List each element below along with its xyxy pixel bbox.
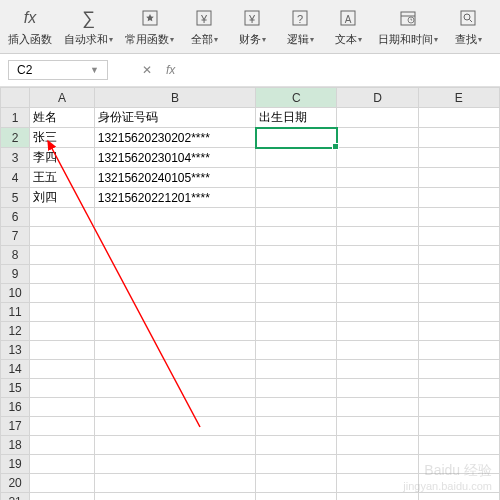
cell-C3[interactable]	[256, 148, 337, 168]
row-header-3[interactable]: 3	[1, 148, 30, 168]
cell-D21[interactable]	[337, 493, 418, 501]
cell-E13[interactable]	[418, 341, 499, 360]
cell-C5[interactable]	[256, 188, 337, 208]
cell-C11[interactable]	[256, 303, 337, 322]
cell-D6[interactable]	[337, 208, 418, 227]
cell-B13[interactable]	[94, 341, 255, 360]
fx-icon[interactable]: fx	[162, 61, 179, 79]
row-header-6[interactable]: 6	[1, 208, 30, 227]
cell-A7[interactable]	[30, 227, 95, 246]
cell-B7[interactable]	[94, 227, 255, 246]
cell-E8[interactable]	[418, 246, 499, 265]
ribbon-常用函数[interactable]: 常用函数▾	[119, 4, 180, 49]
cell-B2[interactable]: 13215620230202****	[94, 128, 255, 148]
cell-E9[interactable]	[418, 265, 499, 284]
row-header-1[interactable]: 1	[1, 108, 30, 128]
cell-A14[interactable]	[30, 360, 95, 379]
row-header-8[interactable]: 8	[1, 246, 30, 265]
cell-E1[interactable]	[418, 108, 499, 128]
cell-C20[interactable]	[256, 474, 337, 493]
cell-C16[interactable]	[256, 398, 337, 417]
row-header-13[interactable]: 13	[1, 341, 30, 360]
cell-B15[interactable]	[94, 379, 255, 398]
cell-D8[interactable]	[337, 246, 418, 265]
ribbon-查找[interactable]: 查找▾	[444, 4, 492, 49]
cell-B9[interactable]	[94, 265, 255, 284]
cell-B20[interactable]	[94, 474, 255, 493]
cell-A15[interactable]	[30, 379, 95, 398]
col-header-D[interactable]: D	[337, 88, 418, 108]
row-header-20[interactable]: 20	[1, 474, 30, 493]
col-header-E[interactable]: E	[418, 88, 499, 108]
cell-B11[interactable]	[94, 303, 255, 322]
row-header-11[interactable]: 11	[1, 303, 30, 322]
cell-E4[interactable]	[418, 168, 499, 188]
cell-B16[interactable]	[94, 398, 255, 417]
cell-E16[interactable]	[418, 398, 499, 417]
cell-B17[interactable]	[94, 417, 255, 436]
cell-A10[interactable]	[30, 284, 95, 303]
cell-A8[interactable]	[30, 246, 95, 265]
ribbon-日期和时间[interactable]: 日期和时间▾	[372, 4, 444, 49]
cell-C6[interactable]	[256, 208, 337, 227]
cell-E21[interactable]	[418, 493, 499, 501]
row-header-21[interactable]: 21	[1, 493, 30, 501]
cell-D10[interactable]	[337, 284, 418, 303]
cell-C14[interactable]	[256, 360, 337, 379]
ribbon-文本[interactable]: A文本▾	[324, 4, 372, 49]
ribbon-自动求和[interactable]: ∑自动求和▾	[58, 4, 119, 49]
row-header-4[interactable]: 4	[1, 168, 30, 188]
cell-B3[interactable]: 13215620230104****	[94, 148, 255, 168]
cell-C10[interactable]	[256, 284, 337, 303]
cell-D11[interactable]	[337, 303, 418, 322]
cell-C15[interactable]	[256, 379, 337, 398]
cell-A5[interactable]: 刘四	[30, 188, 95, 208]
row-header-15[interactable]: 15	[1, 379, 30, 398]
row-header-14[interactable]: 14	[1, 360, 30, 379]
cell-B19[interactable]	[94, 455, 255, 474]
cell-E6[interactable]	[418, 208, 499, 227]
cell-B18[interactable]	[94, 436, 255, 455]
cell-E12[interactable]	[418, 322, 499, 341]
cell-E2[interactable]	[418, 128, 499, 148]
select-all-corner[interactable]	[1, 88, 30, 108]
cell-B12[interactable]	[94, 322, 255, 341]
formula-input[interactable]	[185, 63, 335, 77]
cell-E5[interactable]	[418, 188, 499, 208]
row-header-2[interactable]: 2	[1, 128, 30, 148]
cell-C8[interactable]	[256, 246, 337, 265]
cell-A16[interactable]	[30, 398, 95, 417]
row-header-18[interactable]: 18	[1, 436, 30, 455]
row-header-16[interactable]: 16	[1, 398, 30, 417]
cell-B1[interactable]: 身份证号码	[94, 108, 255, 128]
cell-D1[interactable]	[337, 108, 418, 128]
cell-D2[interactable]	[337, 128, 418, 148]
cell-E7[interactable]	[418, 227, 499, 246]
cell-D4[interactable]	[337, 168, 418, 188]
ribbon-财务[interactable]: ¥财务▾	[228, 4, 276, 49]
cell-B8[interactable]	[94, 246, 255, 265]
row-header-19[interactable]: 19	[1, 455, 30, 474]
cell-A20[interactable]	[30, 474, 95, 493]
cell-E18[interactable]	[418, 436, 499, 455]
cell-E17[interactable]	[418, 417, 499, 436]
col-header-B[interactable]: B	[94, 88, 255, 108]
cell-E3[interactable]	[418, 148, 499, 168]
ribbon-全部[interactable]: ¥全部▾	[180, 4, 228, 49]
cell-C4[interactable]	[256, 168, 337, 188]
cell-A19[interactable]	[30, 455, 95, 474]
cell-B10[interactable]	[94, 284, 255, 303]
col-header-A[interactable]: A	[30, 88, 95, 108]
cell-C21[interactable]	[256, 493, 337, 501]
cell-A6[interactable]	[30, 208, 95, 227]
cell-D18[interactable]	[337, 436, 418, 455]
row-header-7[interactable]: 7	[1, 227, 30, 246]
cell-E15[interactable]	[418, 379, 499, 398]
cell-B4[interactable]: 13215620240105****	[94, 168, 255, 188]
cell-D14[interactable]	[337, 360, 418, 379]
cell-B6[interactable]	[94, 208, 255, 227]
cell-C1[interactable]: 出生日期	[256, 108, 337, 128]
cell-D15[interactable]	[337, 379, 418, 398]
cell-D9[interactable]	[337, 265, 418, 284]
cell-A13[interactable]	[30, 341, 95, 360]
